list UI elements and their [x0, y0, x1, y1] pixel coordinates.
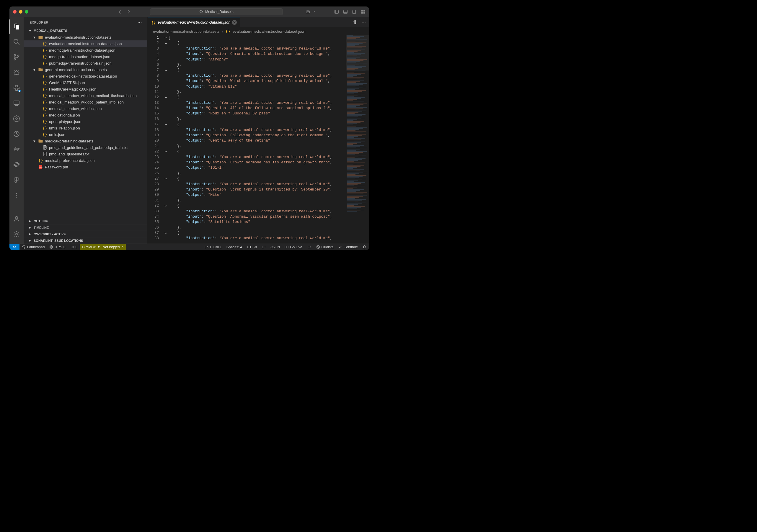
- toggle-secondary-panel-button[interactable]: [352, 10, 357, 14]
- activity-timeline[interactable]: [10, 127, 24, 141]
- workspace-header[interactable]: ▾ MEDICAL_DATASETS: [24, 27, 147, 34]
- code-line[interactable]: "input": "Question: Scrub typhus is tran…: [168, 187, 346, 192]
- file-row[interactable]: { }umls_relation.json: [24, 125, 147, 131]
- code-content[interactable]: [ { "instruction": "You are a medical do…: [168, 35, 346, 243]
- status-circleci[interactable]: CircleCI: Not logged in: [80, 244, 126, 250]
- status-cursor[interactable]: Ln 1, Col 1: [202, 244, 224, 250]
- code-line[interactable]: {: [168, 149, 346, 154]
- code-line[interactable]: [: [168, 35, 346, 41]
- fold-toggle[interactable]: [164, 95, 168, 100]
- file-row[interactable]: { }medical_meadow_wikidoc_patient_info.j…: [24, 99, 147, 105]
- code-line[interactable]: "input": "Question: Abnormal vascular pa…: [168, 214, 346, 219]
- file-row[interactable]: { }pubmedqa-train-instruction-train.json: [24, 60, 147, 66]
- code-area[interactable]: 1234567891011121314151617181920212223242…: [148, 35, 369, 243]
- code-line[interactable]: "output": "Satellite lesions": [168, 219, 346, 225]
- file-row[interactable]: { }evaluation-medical-instruction-datase…: [24, 41, 147, 47]
- fold-toggle[interactable]: [164, 176, 168, 182]
- code-line[interactable]: "input": "Question: Which vitamin is sup…: [168, 78, 346, 84]
- activity-run-debug[interactable]: [10, 66, 24, 80]
- code-line[interactable]: "output": "IG1-1": [168, 165, 346, 170]
- code-line[interactable]: "input": "Question: All of the following…: [168, 105, 346, 111]
- file-row[interactable]: { }GenMedGPT-5k.json: [24, 79, 147, 86]
- nav-back-button[interactable]: [117, 10, 122, 14]
- fullscreen-window-button[interactable]: [25, 10, 28, 14]
- code-line[interactable]: "instruction": "You are a medical doctor…: [168, 182, 346, 187]
- fold-gutter[interactable]: [164, 35, 168, 243]
- status-indentation[interactable]: Spaces: 4: [224, 244, 244, 250]
- fold-toggle[interactable]: [164, 68, 168, 73]
- code-line[interactable]: "input": "Question: Following endaerecto…: [168, 133, 346, 138]
- code-line[interactable]: {: [168, 203, 346, 209]
- activity-figma[interactable]: [10, 173, 24, 187]
- activity-explorer[interactable]: [10, 19, 24, 34]
- folder-row[interactable]: ▾general-medical-instruction-datasets: [24, 66, 147, 73]
- code-line[interactable]: "output": "Vitamin B12": [168, 84, 346, 89]
- fold-toggle[interactable]: [164, 35, 168, 41]
- status-launchpad[interactable]: Launchpad: [19, 244, 47, 250]
- code-line[interactable]: {: [168, 176, 346, 182]
- code-line[interactable]: "instruction": "You are a medical doctor…: [168, 154, 346, 160]
- code-line[interactable]: },: [168, 62, 346, 68]
- tab-active[interactable]: { } evaluation-medical-instruction-datas…: [148, 17, 240, 27]
- activity-kubernetes[interactable]: [10, 111, 24, 126]
- file-row[interactable]: { }medqa-train-instruction-dataset.json: [24, 53, 147, 60]
- status-continue[interactable]: Continue: [336, 244, 360, 250]
- toggle-panel-button[interactable]: [334, 10, 339, 14]
- activity-search[interactable]: [10, 35, 24, 49]
- file-row[interactable]: { }medical_meadow_wikidoc.json: [24, 105, 147, 112]
- nav-forward-button[interactable]: [126, 10, 131, 14]
- compare-changes-button[interactable]: [352, 20, 357, 24]
- file-row[interactable]: { }general-medical-instruction-dataset.j…: [24, 73, 147, 79]
- command-center[interactable]: Medical_Datasets: [150, 8, 283, 15]
- sidebar-more-button[interactable]: [137, 20, 142, 25]
- code-line[interactable]: {: [168, 68, 346, 73]
- file-row[interactable]: { }medical_meadow_wikidoc_medical_flashc…: [24, 92, 147, 99]
- breadcrumbs[interactable]: evaluation-medical-instruction-datasets …: [148, 27, 369, 35]
- fold-toggle[interactable]: [164, 149, 168, 154]
- activity-python[interactable]: [10, 157, 24, 172]
- code-line[interactable]: "output": "Atrophy": [168, 57, 346, 62]
- code-line[interactable]: },: [168, 117, 346, 122]
- status-problems[interactable]: 0 0: [47, 244, 68, 250]
- code-line[interactable]: },: [168, 89, 346, 95]
- code-line[interactable]: "instruction": "You are a medical doctor…: [168, 209, 346, 214]
- code-line[interactable]: {: [168, 41, 346, 46]
- close-window-button[interactable]: [13, 10, 16, 14]
- status-golive[interactable]: Go Live: [282, 244, 304, 250]
- code-line[interactable]: "instruction": "You are a medical doctor…: [168, 100, 346, 105]
- editor-more-button[interactable]: [361, 20, 366, 24]
- code-line[interactable]: {: [168, 230, 346, 236]
- sidebar-section-outline[interactable]: ▸OUTLINE: [24, 218, 147, 224]
- minimap[interactable]: [346, 35, 369, 243]
- code-line[interactable]: },: [168, 144, 346, 149]
- activity-docker[interactable]: [10, 142, 24, 156]
- activity-settings[interactable]: [10, 227, 24, 241]
- file-row[interactable]: { }medical-preference-data.json: [24, 157, 147, 164]
- code-line[interactable]: "output": "Mite": [168, 192, 346, 198]
- code-line[interactable]: },: [168, 225, 346, 230]
- activity-overflow[interactable]: [10, 188, 24, 202]
- code-line[interactable]: "instruction": "You are a medical doctor…: [168, 236, 346, 241]
- folder-row[interactable]: ▾evaluation-medical-instruction-datasets: [24, 34, 147, 41]
- code-line[interactable]: "output": "Central aery of the retina": [168, 138, 346, 143]
- code-line[interactable]: },: [168, 198, 346, 203]
- file-row[interactable]: PDFPassword.pdf: [24, 164, 147, 170]
- file-row[interactable]: pmc_and_guidelines.txt: [24, 151, 147, 157]
- code-line[interactable]: "output": "Roux en Y Duodenal By pass": [168, 111, 346, 116]
- fold-toggle[interactable]: [164, 203, 168, 209]
- file-row[interactable]: { }open-platypus.json: [24, 118, 147, 125]
- activity-accounts[interactable]: [10, 212, 24, 226]
- file-row[interactable]: { }HealthCareMagic-100k.json: [24, 86, 147, 92]
- fold-toggle[interactable]: [164, 122, 168, 127]
- tab-dirty-close-button[interactable]: ✕: [232, 20, 237, 25]
- breadcrumb-folder[interactable]: evaluation-medical-instruction-datasets: [153, 29, 219, 34]
- code-line[interactable]: {: [168, 95, 346, 100]
- status-copilot[interactable]: [305, 244, 314, 250]
- file-row[interactable]: { }medmcqa-train-instruction-dataset.jso…: [24, 47, 147, 53]
- code-line[interactable]: "instruction": "You are a medical doctor…: [168, 73, 346, 78]
- code-line[interactable]: "input": "Question: Growth hormone has i…: [168, 160, 346, 165]
- file-row[interactable]: { }medicationqa.json: [24, 112, 147, 118]
- activity-remote-explorer[interactable]: [10, 96, 24, 110]
- copilot-button[interactable]: [305, 9, 315, 14]
- status-notifications[interactable]: [360, 244, 369, 250]
